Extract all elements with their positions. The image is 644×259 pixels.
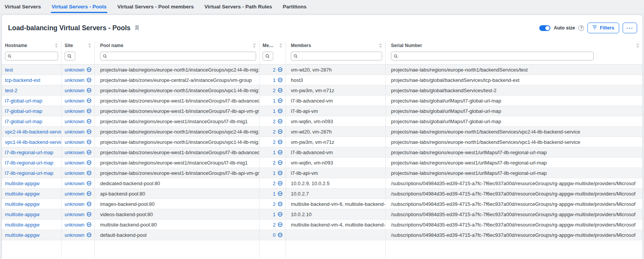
pool-name-filter-input[interactable] [100,52,256,60]
serial-number-filter-input[interactable] [391,52,594,60]
nav-tab[interactable]: Virtual Servers - Path Rules [204,0,272,13]
hostname-link[interactable]: l7-ilb-regional-url-map [5,170,53,176]
member-count-link[interactable]: 1 [273,150,283,155]
members-text: vm-wt20, vm-287h [291,67,332,73]
link-icon [277,88,283,93]
member-count-link[interactable]: 1 [273,212,283,217]
sort-icon[interactable] [379,43,382,48]
link-icon [86,160,92,165]
hostname-link[interactable]: l7-global-url-map [5,98,42,104]
auto-size-toggle[interactable] [539,25,550,31]
auto-size-label: Auto size [554,25,575,31]
site-link[interactable]: unknown [65,88,92,93]
hostname-link[interactable]: vpc2-l4-ilb-backend-service [5,129,62,135]
member-count-link[interactable]: 2 [273,139,283,145]
hostname-link[interactable]: l7-ilb-regional-url-map [5,160,53,166]
member-count-link[interactable]: 1 [273,170,283,176]
pool-name-text: projects/nae-labs/zones/europe-west1-b/i… [100,170,260,176]
site-link[interactable]: unknown [65,77,92,83]
site-link[interactable]: unknown [65,191,92,197]
hostname-link[interactable]: multisite-appgw [5,222,39,228]
site-link[interactable]: unknown [65,212,92,217]
pool-name-text: images-backend-pool:80 [100,201,154,207]
member-count-link[interactable]: 1 [273,77,283,83]
help-icon[interactable]: ? [578,25,584,31]
hostname-link[interactable]: multisite-appgw [5,232,39,238]
search-icon [394,54,398,59]
hostname-link[interactable]: multisite-appgw [5,212,39,217]
site-link[interactable]: unknown [65,67,92,73]
hostname-link[interactable]: multisite-appgw [5,181,39,186]
hostname-filter-input[interactable] [5,52,58,60]
nav-tab[interactable]: Virtual Servers - Pools [52,0,107,13]
hostname-link[interactable]: l7-ilb-regional-url-map [5,150,53,155]
sort-icon[interactable] [88,43,91,48]
member-count-link[interactable]: 2 [273,88,283,93]
site-link-label: unknown [65,119,84,124]
link-icon [86,212,92,217]
member-count-link[interactable]: 1 [273,108,283,114]
nav-tab[interactable]: Virtual Servers [5,0,41,13]
nav-tab-label: Virtual Servers - Path Rules [204,4,272,10]
member-count-value: 1 [273,108,276,114]
table-header-row: Hostname Site Pool name [2,38,642,64]
member-count-link[interactable]: 2 [273,201,283,207]
member-count-filter-input[interactable] [263,52,273,60]
sort-icon[interactable] [55,43,58,48]
site-link[interactable]: unknown [65,139,92,145]
member-count-link[interactable]: 2 [273,67,283,73]
site-link-label: unknown [65,77,84,83]
members-filter-input[interactable] [291,52,382,60]
site-link[interactable]: unknown [65,108,92,114]
hostname-link[interactable]: test-2 [5,88,18,93]
site-filter-input[interactable] [65,52,75,60]
member-count-link[interactable]: 1 [273,98,283,104]
member-count-link[interactable]: 2 [273,160,283,166]
site-link[interactable]: unknown [65,150,92,155]
hostname-link[interactable]: multisite-appgw [5,191,39,197]
table-row: multisite-appgw unknown dedicated-backen… [2,178,642,189]
sort-icon[interactable] [253,43,256,48]
table-row: multisite-appgw unknown multisite-backen… [2,220,642,230]
member-count-value: 1 [273,150,276,155]
site-link[interactable]: unknown [65,170,92,176]
member-count-link[interactable]: 0 [273,232,283,238]
site-link-label: unknown [65,108,84,114]
member-count-link[interactable]: 2 [273,181,283,186]
hostname-link[interactable]: l7-global-url-map [5,119,42,124]
site-link[interactable]: unknown [65,160,92,166]
pool-name-text: projects/nae-labs/zones/europe-central2-… [100,77,252,83]
sort-icon[interactable] [279,43,282,48]
table-row: l7-global-url-map unknown projects/nae-l… [2,116,642,127]
link-icon [86,139,92,145]
sort-icon[interactable] [636,43,639,48]
hostname-link[interactable]: vpc1-l4-ilb-backend-service [5,139,62,145]
site-link[interactable]: unknown [65,201,92,207]
member-count-link[interactable]: 2 [273,129,283,135]
site-link[interactable]: unknown [65,129,92,135]
table-row: l7-global-url-map unknown projects/nae-l… [2,96,642,106]
member-count-link[interactable]: 2 [273,119,283,124]
nav-tab[interactable]: Partitions [283,0,307,13]
site-link-label: unknown [65,170,84,176]
site-link[interactable]: unknown [65,222,92,228]
hostname-link[interactable]: test [5,67,13,73]
site-link[interactable]: unknown [65,119,92,124]
site-link[interactable]: unknown [65,98,92,104]
filters-button[interactable]: Filters [587,23,619,33]
site-link[interactable]: unknown [65,181,92,186]
hostname-link[interactable]: tcp-backend-ext [5,77,41,83]
more-options-button[interactable]: ··· [623,23,637,33]
table-row: l7-ilb-regional-url-map unknown projects… [2,158,642,168]
hostname-link[interactable]: multisite-appgw [5,201,39,207]
site-link[interactable]: unknown [65,232,92,238]
serial-number-text: projects/nae-labs/regions/europe-west1/u… [391,170,547,176]
member-count-link[interactable]: 2 [273,222,283,228]
site-link-label: unknown [65,129,84,135]
members-text: 10.0.2.10 [291,212,311,217]
bookmark-icon[interactable] [135,25,140,31]
hostname-link[interactable]: l7-global-url-map [5,108,42,114]
nav-tab[interactable]: Virtual Servers - Pool members [117,0,194,13]
member-count-link[interactable]: 1 [273,191,283,197]
site-link-label: unknown [65,160,84,166]
